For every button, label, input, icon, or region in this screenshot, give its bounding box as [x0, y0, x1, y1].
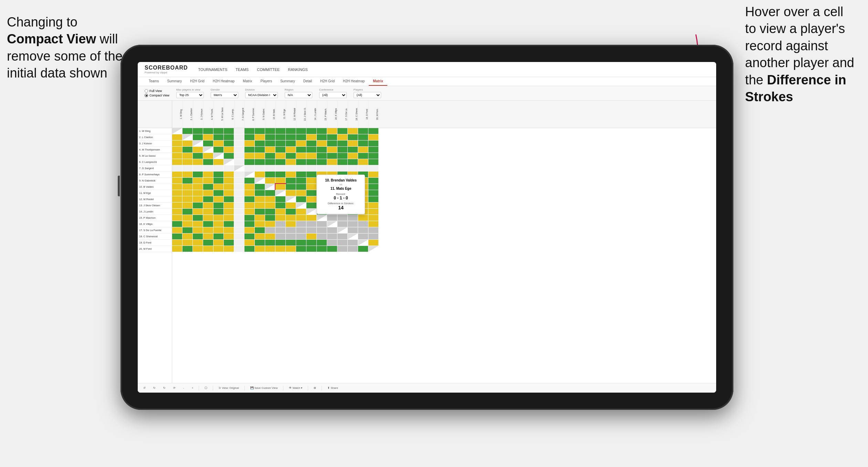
cell-15-8[interactable] — [244, 215, 255, 221]
cell-4-19[interactable] — [358, 147, 368, 153]
cell-11-6[interactable] — [224, 190, 234, 196]
cell-8-11[interactable] — [275, 172, 286, 178]
cell-17-3[interactable] — [193, 227, 203, 234]
cell-16-14[interactable] — [306, 221, 317, 227]
tab-matrix-active[interactable]: Matrix — [369, 77, 387, 86]
cell-6-9[interactable] — [255, 159, 265, 165]
cell-20-1[interactable] — [172, 246, 182, 252]
cell-12-20[interactable] — [368, 196, 379, 203]
cell-14-3[interactable] — [193, 209, 203, 215]
cell-16-6[interactable] — [224, 221, 234, 227]
cell-7-10[interactable] — [265, 165, 275, 172]
cell-10-8[interactable] — [244, 184, 255, 190]
cell-1-9[interactable] — [255, 128, 265, 134]
cell-19-17[interactable] — [337, 240, 348, 246]
cell-15-18[interactable] — [348, 215, 358, 221]
cell-4-2[interactable] — [182, 147, 193, 153]
cell-1-1[interactable] — [172, 128, 182, 134]
cell-15-14[interactable] — [306, 215, 317, 221]
cell-2-1[interactable] — [172, 134, 182, 141]
cell-18-11[interactable] — [275, 234, 286, 240]
cell-4-3[interactable] — [193, 147, 203, 153]
cell-9-10[interactable] — [265, 178, 275, 184]
tab-h2h-heatmap-2[interactable]: H2H Heatmap — [339, 77, 369, 86]
cell-4-20[interactable] — [368, 147, 379, 153]
cell-8-1[interactable] — [172, 172, 182, 178]
cell-1-3[interactable] — [193, 128, 203, 134]
cell-2-16[interactable] — [327, 134, 337, 141]
cell-16-17[interactable] — [337, 221, 348, 227]
cell-14-14[interactable] — [306, 209, 317, 215]
cell-19-8[interactable] — [244, 240, 255, 246]
cell-17-5[interactable] — [213, 227, 224, 234]
cell-18-10[interactable] — [265, 234, 275, 240]
cell-20-16[interactable] — [327, 246, 337, 252]
cell-7-20[interactable] — [368, 165, 379, 172]
cell-20-5[interactable] — [213, 246, 224, 252]
cell-10-4[interactable] — [203, 184, 213, 190]
cell-13-13[interactable] — [296, 203, 306, 209]
cell-4-15[interactable] — [317, 147, 327, 153]
cell-6-1[interactable] — [172, 159, 182, 165]
cell-4-17[interactable] — [337, 147, 348, 153]
tab-matrix-1[interactable]: Matrix — [239, 77, 256, 86]
cell-11-13[interactable] — [296, 190, 306, 196]
cell-12-4[interactable] — [203, 196, 213, 203]
cell-17-12[interactable] — [286, 227, 296, 234]
cell-4-10[interactable] — [265, 147, 275, 153]
cell-14-8[interactable] — [244, 209, 255, 215]
cell-14-5[interactable] — [213, 209, 224, 215]
cell-19-18[interactable] — [348, 240, 358, 246]
cell-13-5[interactable] — [213, 203, 224, 209]
cell-18-5[interactable] — [213, 234, 224, 240]
cell-13-7[interactable] — [234, 203, 244, 209]
cell-12-10[interactable] — [265, 196, 275, 203]
cell-14-12[interactable] — [286, 209, 296, 215]
cell-16-7[interactable] — [234, 221, 244, 227]
cell-2-17[interactable] — [337, 134, 348, 141]
cell-17-2[interactable] — [182, 227, 193, 234]
cell-15-17[interactable] — [337, 215, 348, 221]
cell-8-2[interactable] — [182, 172, 193, 178]
cell-16-15[interactable] — [317, 221, 327, 227]
cell-15-11[interactable] — [275, 215, 286, 221]
cell-16-1[interactable] — [172, 221, 182, 227]
cell-7-12[interactable] — [286, 165, 296, 172]
cell-11-10[interactable] — [265, 190, 275, 196]
cell-3-4[interactable] — [203, 141, 213, 147]
cell-17-6[interactable] — [224, 227, 234, 234]
share-button[interactable]: ⬆ Share — [325, 386, 340, 390]
cell-17-19[interactable] — [358, 227, 368, 234]
cell-3-16[interactable] — [327, 141, 337, 147]
cell-8-7[interactable] — [234, 172, 244, 178]
cell-18-20[interactable] — [368, 234, 379, 240]
cell-18-4[interactable] — [203, 234, 213, 240]
cell-7-8[interactable] — [244, 165, 255, 172]
cell-5-14[interactable] — [306, 153, 317, 159]
cell-2-20[interactable] — [368, 134, 379, 141]
cell-18-1[interactable] — [172, 234, 182, 240]
cell-14-7[interactable] — [234, 209, 244, 215]
cell-6-19[interactable] — [358, 159, 368, 165]
cell-20-3[interactable] — [193, 246, 203, 252]
cell-16-2[interactable] — [182, 221, 193, 227]
cell-16-9[interactable] — [255, 221, 265, 227]
cell-3-20[interactable] — [368, 141, 379, 147]
cell-8-5[interactable] — [213, 172, 224, 178]
cell-5-7[interactable] — [234, 153, 244, 159]
cell-19-4[interactable] — [203, 240, 213, 246]
cell-13-20[interactable] — [368, 203, 379, 209]
cell-10-11[interactable] — [275, 184, 286, 190]
cell-18-14[interactable] — [306, 234, 317, 240]
cell-10-5[interactable] — [213, 184, 224, 190]
cell-5-18[interactable] — [348, 153, 358, 159]
cell-7-18[interactable] — [348, 165, 358, 172]
cell-3-10[interactable] — [265, 141, 275, 147]
cell-17-16[interactable] — [327, 227, 337, 234]
cell-5-17[interactable] — [337, 153, 348, 159]
cell-4-1[interactable] — [172, 147, 182, 153]
cell-3-18[interactable] — [348, 141, 358, 147]
cell-5-3[interactable] — [193, 153, 203, 159]
cell-11-1[interactable] — [172, 190, 182, 196]
redo-button-2[interactable]: ↻ — [161, 386, 168, 390]
